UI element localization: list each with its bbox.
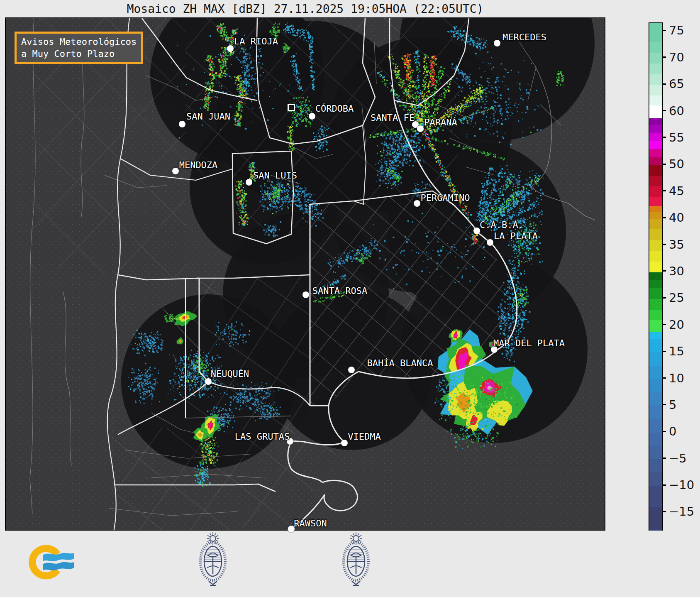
radar-map: Avisos Meteorológicos a Muy Corto Plazo …: [5, 17, 605, 531]
city-label-san-luis: SAN LUIS: [253, 170, 297, 181]
colorbar-segment: [649, 250, 662, 261]
city-label-la-plata: LA PLATA: [494, 231, 538, 241]
city-label-bah-a-blanca: BAHÍA BLANCA: [367, 358, 433, 368]
province-border: [118, 275, 199, 280]
colorbar-tick-label: 50: [669, 157, 684, 171]
echo-speckle: [209, 88, 210, 88]
city-marker-la-rioja: [227, 45, 234, 52]
colorbar-tick: [662, 164, 666, 165]
city-marker-mendoza: [172, 168, 179, 174]
colorbar-segment: [649, 197, 662, 206]
colorbar-segment: [649, 507, 662, 531]
city-label-viedma: VIEDMA: [348, 431, 380, 442]
echo-speckle: [216, 93, 217, 93]
echo-speckle: [244, 221, 245, 223]
city-label-c-a-b-a-: C.A.B.A.: [480, 220, 524, 230]
colorbar-tick: [662, 83, 666, 85]
colorbar-tick-label: 40: [669, 210, 684, 225]
colorbar-tick: [662, 30, 666, 31]
colorbar-segment: [649, 165, 662, 176]
colorbar-tick-label: 15: [669, 344, 684, 358]
colorbar-segment: [649, 280, 662, 288]
colorbar-tick-label: −5: [669, 451, 687, 465]
city-label-paran-: PARANÁ: [424, 117, 457, 127]
city-label-mar-del-plata: MAR DEL PLATA: [493, 338, 565, 348]
colorbar-tick-label: 10: [669, 371, 684, 385]
colorbar-tick-label: 30: [669, 264, 684, 278]
colorbar-tick-label: 75: [669, 23, 684, 37]
advisory-line-1: Avisos Meteorológicos: [21, 36, 137, 48]
colorbar-tick: [662, 458, 666, 459]
colorbar-tick: [662, 297, 666, 298]
colorbar-tick-label: 5: [669, 398, 676, 412]
colorbar-tick: [662, 324, 666, 325]
colorbar-tick: [662, 137, 666, 138]
city-label-la-rioja: LA RIOJA: [234, 36, 278, 46]
colorbar-tick: [662, 110, 666, 111]
colorbar-segment: [649, 261, 662, 272]
colorbar-segment: [649, 298, 662, 309]
colorbar-segment: [649, 64, 662, 74]
colorbar-tick-label: 0: [669, 424, 676, 438]
colorbar-segment: [649, 157, 662, 165]
colorbar-tick: [662, 190, 666, 191]
colorbar-segment: [649, 105, 662, 118]
radar-site-marker: [288, 104, 295, 111]
colorbar-segment: [649, 446, 662, 460]
department-border: [63, 291, 71, 466]
colorbar-tick: [662, 404, 666, 405]
colorbar-tick-label: −10: [669, 478, 694, 492]
province-border: [107, 18, 129, 530]
colorbar-segment: [649, 149, 662, 157]
colorbar-tick-label: 45: [669, 184, 684, 198]
colorbar-segment: [649, 176, 662, 186]
city-marker-pergamino: [414, 200, 420, 207]
city-marker-la-plata: [487, 239, 493, 246]
colorbar-tick: [662, 377, 666, 379]
colorbar-tick: [662, 431, 666, 432]
city-marker-mercedes: [494, 40, 500, 46]
department-border: [109, 508, 237, 516]
colorbar-segment: [649, 272, 662, 280]
colorbar-segment: [649, 186, 662, 197]
colorbar-tick-label: 70: [669, 50, 684, 64]
province-border: [114, 484, 276, 492]
economia-coat-of-arms-icon: [344, 532, 368, 585]
colorbar-segment: [649, 486, 662, 507]
colorbar-tick-label: −15: [669, 504, 694, 519]
colorbar-segment: [649, 419, 662, 433]
colorbar-segment: [649, 218, 662, 229]
city-marker-c-a-b-a-: [473, 228, 480, 234]
colorbar-segment: [649, 288, 662, 299]
colorbar-segment: [649, 459, 662, 473]
defensa-coat-of-arms-icon: [200, 532, 225, 585]
city-marker-c-rdoba: [309, 113, 315, 120]
advisory-line-2: a Muy Corto Plazo: [21, 48, 137, 60]
colorbar-segment: [649, 95, 662, 105]
colorbar-segment: [649, 339, 662, 352]
colorbar-segment: [649, 118, 662, 125]
city-marker-neuqu-n: [205, 378, 212, 385]
city-label-santa-fe: SANTA FE: [371, 113, 415, 123]
colorbar-segment: [649, 133, 662, 141]
colorbar-segment: [649, 125, 662, 133]
colorbar-tick: [662, 511, 666, 512]
colorbar-tick-label: 35: [669, 237, 684, 252]
colorbar-tick: [662, 484, 666, 486]
footer-logo-canvas: [0, 531, 700, 597]
echo-speckle: [241, 115, 242, 116]
city-marker-san-juan: [179, 121, 185, 127]
city-label-c-rdoba: CÓRDOBA: [315, 103, 354, 114]
department-border: [81, 42, 84, 217]
colorbar-segment: [649, 229, 662, 240]
city-label-las-grutas: LAS GRUTAS: [235, 431, 290, 442]
city-label-pergamino: PERGAMINO: [420, 193, 470, 203]
colorbar-segment: [649, 212, 662, 219]
city-label-mercedes: MERCEDES: [502, 32, 546, 42]
colorbar-segment: [649, 332, 662, 339]
colorbar-segment: [649, 206, 662, 212]
colorbar-segment: [649, 141, 662, 149]
echo-speckle: [442, 248, 443, 249]
city-marker-bah-a-blanca: [348, 367, 355, 373]
colorbar-segment: [649, 472, 662, 486]
